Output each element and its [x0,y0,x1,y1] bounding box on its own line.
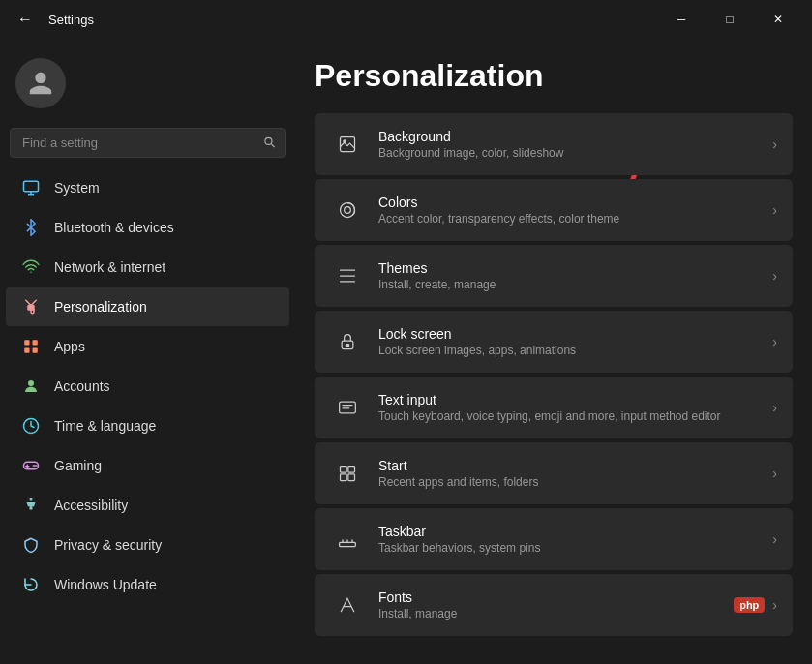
setting-item-lockscreen[interactable]: Lock screen Lock screen images, apps, an… [315,311,793,373]
setting-text-taskbar: Taskbar Taskbar behaviors, system pins [378,524,772,555]
setting-title-themes: Themes [378,260,772,276]
svg-rect-20 [341,474,347,481]
search-input[interactable] [10,128,286,158]
setting-title-background: Background [378,129,772,144]
svg-rect-19 [348,467,355,473]
sidebar-item-time[interactable]: Time & language [6,407,289,445]
svg-point-12 [344,140,346,143]
sidebar-item-accessibility[interactable]: Accessibility [6,486,289,525]
svg-rect-3 [33,340,38,345]
setting-desc-fonts: Install, manage [378,607,734,620]
chevron-right-icon: › [772,531,777,547]
lockscreen-icon [330,324,365,359]
accessibility-icon [21,496,41,515]
search-icon [262,135,276,151]
title-bar: ← Settings ─ □ ✕ [0,0,812,39]
setting-item-taskbar[interactable]: Taskbar Taskbar behaviors, system pins › [315,508,793,570]
shield-icon [21,535,41,555]
sidebar-item-label: Accounts [54,378,110,394]
avatar [15,58,66,108]
setting-text-themes: Themes Install, create, manage [378,260,772,291]
maximize-button[interactable]: □ [707,4,752,35]
background-icon [330,127,365,162]
sidebar-item-label: Apps [54,339,85,354]
gamepad-icon [21,456,41,475]
svg-rect-0 [24,181,39,192]
sidebar-item-label: Accessibility [54,498,128,513]
apps-icon [21,337,41,356]
sidebar-item-update[interactable]: Windows Update [6,565,289,604]
sidebar-item-gaming[interactable]: Gaming [6,446,289,485]
sidebar: System Bluetooth & devices Network & int… [0,39,295,664]
nav-list: System Bluetooth & devices Network & int… [0,167,295,605]
svg-rect-1 [28,306,34,311]
setting-title-textinput: Text input [378,392,772,407]
bluetooth-icon [21,218,41,237]
sidebar-item-system[interactable]: System [6,168,289,207]
sidebar-item-network[interactable]: Network & internet [6,248,289,287]
close-button[interactable]: ✕ [756,4,800,35]
avatar-section [0,48,295,128]
start-icon [330,456,365,491]
sidebar-item-label: Personalization [54,299,147,315]
setting-item-start[interactable]: Start Recent apps and items, folders › [315,442,793,504]
sidebar-item-label: Privacy & security [54,537,162,553]
setting-item-themes[interactable]: Themes Install, create, manage › [315,245,793,307]
setting-title-colors: Colors [378,195,772,210]
sidebar-item-privacy[interactable]: Privacy & security [6,526,289,564]
chevron-right-icon: › [772,597,777,613]
setting-item-fonts[interactable]: Fonts Install, manage php › [315,574,793,636]
main-content: System Bluetooth & devices Network & int… [0,39,812,664]
setting-text-start: Start Recent apps and items, folders [378,458,772,489]
setting-title-fonts: Fonts [378,589,734,605]
setting-text-background: Background Background image, color, slid… [378,129,772,160]
page-content: Personalization Background Background im… [295,39,812,664]
chevron-right-icon: › [772,334,777,349]
setting-item-background[interactable]: Background Background image, color, slid… [315,113,793,175]
setting-item-textinput[interactable]: Text input Touch keyboard, voice typing,… [315,377,793,438]
svg-rect-18 [341,467,347,473]
sidebar-item-label: Bluetooth & devices [54,220,174,235]
setting-badge-fonts: php [734,597,765,613]
setting-text-colors: Colors Accent color, transparency effect… [378,195,772,226]
search-box [10,128,286,158]
back-button[interactable]: ← [12,6,39,33]
setting-desc-background: Background image, color, slideshow [378,146,772,160]
setting-desc-textinput: Touch keyboard, voice typing, emoji and … [378,409,772,423]
setting-title-start: Start [378,458,772,473]
setting-desc-lockscreen: Lock screen images, apps, animations [378,344,772,357]
svg-rect-21 [348,474,355,481]
update-icon [21,575,41,594]
brush-icon [21,297,41,317]
setting-title-taskbar: Taskbar [378,524,772,539]
setting-desc-taskbar: Taskbar behaviors, system pins [378,541,772,555]
chevron-right-icon: › [772,466,777,481]
sidebar-item-apps[interactable]: Apps [6,327,289,366]
setting-item-colors[interactable]: Colors Accent color, transparency effect… [315,179,793,241]
wifi-icon [21,257,41,277]
sidebar-item-accounts[interactable]: Accounts [6,367,289,406]
setting-text-lockscreen: Lock screen Lock screen images, apps, an… [378,326,772,357]
chevron-right-icon: › [772,400,777,415]
setting-desc-colors: Accent color, transparency effects, colo… [378,212,772,226]
sidebar-item-personalization[interactable]: Personalization [6,287,289,326]
taskbar-icon [330,522,365,557]
chevron-right-icon: › [772,202,777,218]
svg-point-14 [345,207,351,214]
sidebar-item-label: System [54,180,100,196]
person-icon [21,377,41,396]
svg-rect-17 [340,402,356,413]
setting-text-fonts: Fonts Install, manage [378,589,734,620]
chevron-right-icon: › [772,268,777,284]
svg-rect-16 [346,345,348,347]
minimize-button[interactable]: ─ [659,4,704,35]
setting-title-lockscreen: Lock screen [378,326,772,342]
sidebar-item-label: Time & language [54,418,156,434]
sidebar-item-label: Network & internet [54,259,165,275]
sidebar-item-bluetooth[interactable]: Bluetooth & devices [6,208,289,247]
svg-rect-2 [24,340,29,345]
settings-list: Background Background image, color, slid… [315,113,793,636]
sidebar-item-label: Windows Update [54,577,157,592]
chevron-right-icon: › [772,136,777,152]
svg-rect-5 [33,348,38,353]
